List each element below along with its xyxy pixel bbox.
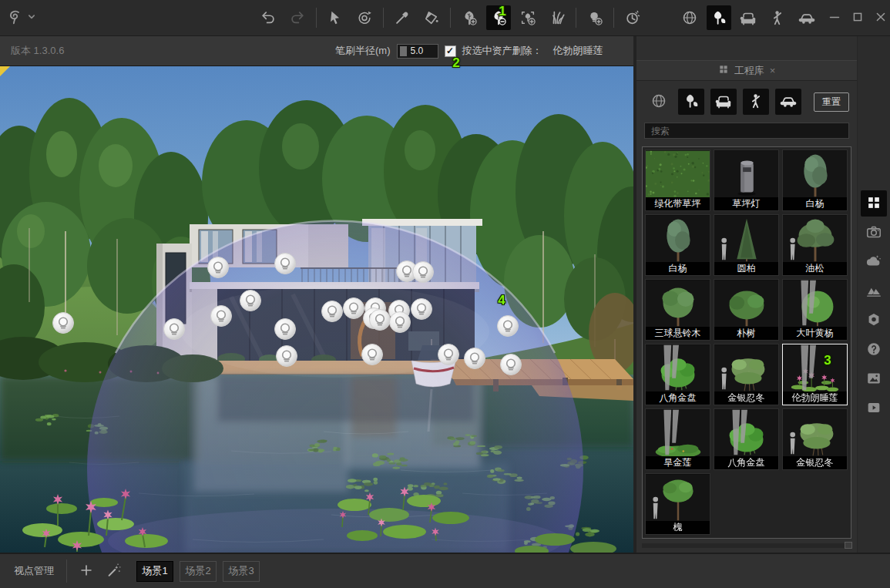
time-of-day-button[interactable] [620, 5, 645, 30]
asset-tile[interactable]: 金银忍冬 [782, 408, 848, 470]
furniture-category-button[interactable] [736, 5, 761, 30]
light-gizmo[interactable] [211, 306, 232, 327]
light-gizmo[interactable] [438, 344, 459, 365]
light-gizmo[interactable] [344, 298, 364, 319]
world-category-button[interactable] [646, 89, 672, 115]
video-button[interactable] [861, 395, 887, 422]
close-button[interactable] [872, 8, 890, 27]
search-input[interactable] [644, 123, 849, 139]
asset-tile[interactable]: 八角金盘 [714, 408, 779, 470]
asset-tile[interactable]: 八角金盘 [645, 344, 710, 405]
light-gizmo[interactable] [413, 262, 434, 283]
light-gizmo[interactable] [498, 316, 519, 337]
add-light-button[interactable] [583, 5, 607, 30]
light-gizmo[interactable] [390, 312, 411, 333]
light-gizmo[interactable] [277, 346, 297, 367]
panel-close-icon[interactable]: × [770, 65, 776, 76]
asset-tile[interactable]: 三球悬铃木 [645, 279, 710, 341]
light-gizmo[interactable] [370, 310, 391, 331]
light-gizmo[interactable] [362, 344, 383, 365]
light-gizmo[interactable] [275, 319, 296, 340]
vehicles-category-button[interactable] [775, 89, 801, 115]
vegetation-category-button[interactable] [707, 5, 731, 30]
maximize-button[interactable] [848, 8, 867, 27]
viewpoint-manager-button[interactable]: 视点管理 [11, 559, 57, 583]
asset-tile[interactable]: 圆柏 [714, 214, 779, 276]
app-menu[interactable] [6, 8, 45, 28]
rotate-select-button[interactable] [352, 5, 377, 30]
viewport-3d[interactable] [0, 66, 633, 553]
asset-tile[interactable]: 旱金莲 [645, 408, 710, 470]
settings-button[interactable] [861, 307, 887, 334]
redo-button[interactable] [285, 5, 310, 30]
add-vegetation-button[interactable] [457, 5, 482, 30]
light-gizmo[interactable] [53, 313, 74, 334]
camera-icon [865, 223, 882, 243]
asset-tile[interactable]: 草坪灯 [714, 150, 779, 211]
light-gizmo[interactable] [275, 254, 296, 274]
reset-button[interactable]: 重置 [814, 92, 849, 112]
asset-tile[interactable]: 白杨 [782, 150, 848, 211]
erase-vegetation-button[interactable] [486, 5, 511, 30]
toolbar-group [583, 5, 607, 30]
asset-tile[interactable]: 油松 [782, 214, 848, 276]
brush-radius-field[interactable] [397, 44, 438, 59]
paint-fill-button[interactable] [419, 5, 444, 30]
viewport-scene[interactable] [0, 66, 633, 553]
vehicles-category-button[interactable] [794, 5, 819, 30]
asset-tile[interactable]: 白杨 [645, 214, 710, 276]
grid-icon [865, 194, 882, 213]
scene-tab-3[interactable]: 场景3 [223, 561, 260, 582]
help-button[interactable] [861, 337, 887, 363]
asset-tile[interactable]: 槐 [645, 473, 710, 535]
select-button[interactable] [323, 5, 348, 30]
toolbar [256, 5, 645, 30]
camera-button[interactable] [861, 220, 887, 246]
delete-by-asset-checkbox[interactable] [445, 45, 456, 57]
eyedropper-button[interactable] [390, 5, 415, 30]
grass-brush-button[interactable] [545, 5, 569, 30]
toolbar-separator [450, 8, 451, 28]
light-gizmo[interactable] [465, 348, 485, 369]
scroll-corner[interactable] [845, 542, 852, 549]
undo-button[interactable] [256, 5, 280, 30]
add-viewpoint-button[interactable] [75, 559, 98, 583]
asset-tile[interactable]: 大叶黄杨 [782, 279, 848, 341]
characters-category-button[interactable] [765, 5, 790, 30]
scene-tab-2[interactable]: 场景2 [180, 561, 217, 582]
rotate-icon [356, 9, 373, 26]
library-button[interactable] [861, 190, 887, 217]
terrain-button[interactable] [861, 278, 887, 304]
world-category-button[interactable] [677, 5, 702, 30]
brush-radius-input[interactable] [411, 45, 434, 56]
toolbar-separator [383, 8, 384, 28]
weather-button[interactable] [861, 249, 887, 275]
light-gizmo[interactable] [240, 291, 261, 311]
library-panel-header[interactable]: 工程库 × [636, 60, 857, 81]
chevron-down-icon [23, 8, 40, 28]
asset-grid-hscrollbar[interactable] [642, 543, 851, 548]
vegetation-category-button[interactable] [678, 89, 704, 115]
asset-tile[interactable]: 金银忍冬 [714, 344, 779, 405]
light-gizmo[interactable] [322, 301, 343, 322]
light-gizmo[interactable] [208, 257, 229, 278]
scene-tab-1[interactable]: 场景1 [136, 561, 173, 582]
minimize-button[interactable] [825, 8, 844, 27]
toolbar-group [457, 5, 569, 30]
light-gizmo[interactable] [501, 354, 522, 375]
viewpoint-buttons [75, 559, 130, 583]
asset-tile[interactable]: 绿化带草坪 [645, 150, 710, 211]
settings-icon [865, 311, 882, 331]
right-rail [857, 36, 890, 553]
auto-viewpoint-button[interactable] [102, 559, 126, 583]
asset-tile[interactable]: 伦勃朗睡莲 [782, 344, 848, 405]
screenshot-button[interactable] [861, 366, 887, 392]
light-gizmo[interactable] [164, 319, 185, 340]
furniture-category-button[interactable] [710, 89, 737, 115]
brush-radius-drag-handle[interactable] [400, 46, 407, 56]
asset-tile[interactable]: 朴树 [714, 279, 779, 341]
tree-cat-icon [710, 9, 727, 26]
brush-vegetation-button[interactable] [516, 5, 540, 30]
light-gizmo[interactable] [411, 299, 432, 320]
characters-category-button[interactable] [743, 89, 769, 115]
